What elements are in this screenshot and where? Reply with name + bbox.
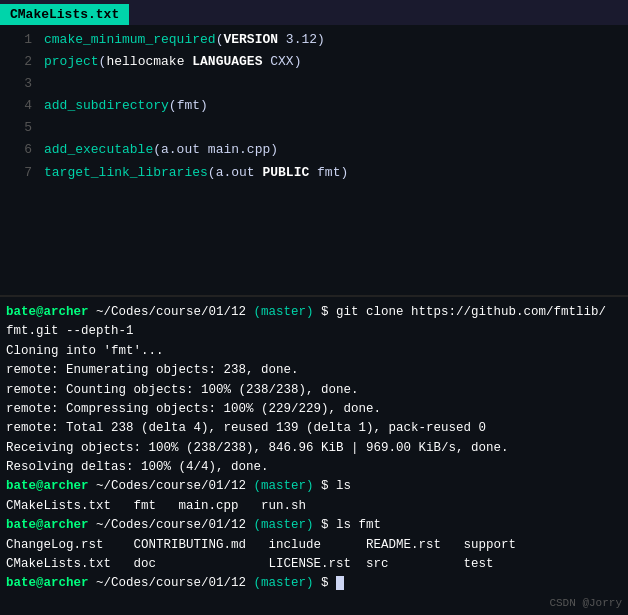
editor-line-4: 4 add_subdirectory(fmt) xyxy=(0,95,628,117)
term-line-2: fmt.git --depth-1 xyxy=(6,322,622,341)
term-line-14: CMakeLists.txt doc LICENSE.rst src test xyxy=(6,555,622,574)
editor-line-6: 6 add_executable(a.out main.cpp) xyxy=(0,139,628,161)
term-line-11: CMakeLists.txt fmt main.cpp run.sh xyxy=(6,497,622,516)
line-number: 1 xyxy=(8,29,32,51)
term-line-4: remote: Enumerating objects: 238, done. xyxy=(6,361,622,380)
code-content: add_subdirectory(fmt) xyxy=(44,95,208,117)
term-line-15: bate@archer ~/Codes/course/01/12 (master… xyxy=(6,574,622,593)
code-content: project(hellocmake LANGUAGES CXX) xyxy=(44,51,301,73)
term-line-12: bate@archer ~/Codes/course/01/12 (master… xyxy=(6,516,622,535)
code-content: cmake_minimum_required(VERSION 3.12) xyxy=(44,29,325,51)
code-content xyxy=(44,117,52,139)
code-content: target_link_libraries(a.out PUBLIC fmt) xyxy=(44,162,348,184)
editor-line-2: 2 project(hellocmake LANGUAGES CXX) xyxy=(0,51,628,73)
term-line-7: remote: Total 238 (delta 4), reused 139 … xyxy=(6,419,622,438)
line-number: 2 xyxy=(8,51,32,73)
term-line-10: bate@archer ~/Codes/course/01/12 (master… xyxy=(6,477,622,496)
term-line-1: bate@archer ~/Codes/course/01/12 (master… xyxy=(6,303,622,322)
term-line-3: Cloning into 'fmt'... xyxy=(6,342,622,361)
term-line-5: remote: Counting objects: 100% (238/238)… xyxy=(6,381,622,400)
term-line-6: remote: Compressing objects: 100% (229/2… xyxy=(6,400,622,419)
terminal-cursor xyxy=(336,576,344,590)
term-line-8: Receiving objects: 100% (238/238), 846.9… xyxy=(6,439,622,458)
code-content xyxy=(44,73,52,95)
tab-bar: CMakeLists.txt xyxy=(0,0,628,25)
code-content: add_executable(a.out main.cpp) xyxy=(44,139,278,161)
editor-line-3: 3 xyxy=(0,73,628,95)
line-number: 7 xyxy=(8,162,32,184)
line-number: 4 xyxy=(8,95,32,117)
editor-area: 1 cmake_minimum_required(VERSION 3.12) 2… xyxy=(0,25,628,295)
term-line-9: Resolving deltas: 100% (4/4), done. xyxy=(6,458,622,477)
editor-line-5: 5 xyxy=(0,117,628,139)
line-number: 5 xyxy=(8,117,32,139)
terminal-area[interactable]: bate@archer ~/Codes/course/01/12 (master… xyxy=(0,297,628,615)
editor-line-7: 7 target_link_libraries(a.out PUBLIC fmt… xyxy=(0,162,628,184)
tab-cmake[interactable]: CMakeLists.txt xyxy=(0,4,129,25)
watermark: CSDN @Jorry xyxy=(549,597,622,609)
line-number: 6 xyxy=(8,139,32,161)
editor-line-1: 1 cmake_minimum_required(VERSION 3.12) xyxy=(0,29,628,51)
term-line-13: ChangeLog.rst CONTRIBUTING.md include RE… xyxy=(6,536,622,555)
line-number: 3 xyxy=(8,73,32,95)
tab-label: CMakeLists.txt xyxy=(10,7,119,22)
